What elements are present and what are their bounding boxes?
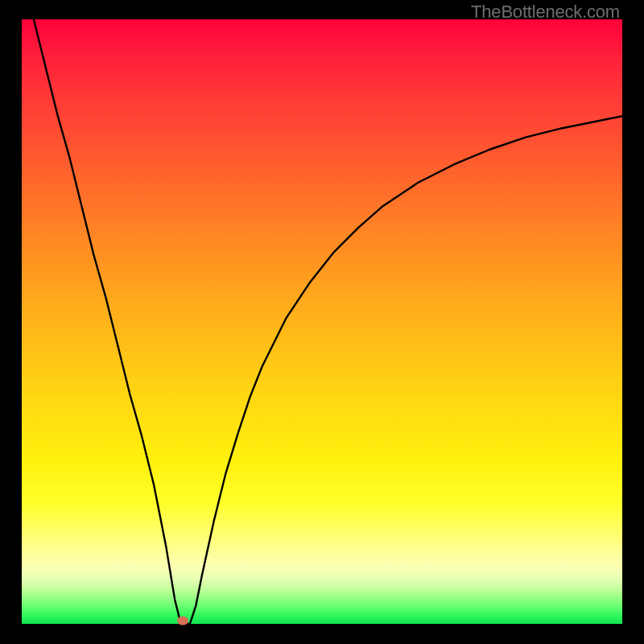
bottleneck-marker-dot — [177, 617, 188, 625]
bottleneck-curve — [22, 19, 622, 624]
chart-frame — [22, 19, 622, 624]
